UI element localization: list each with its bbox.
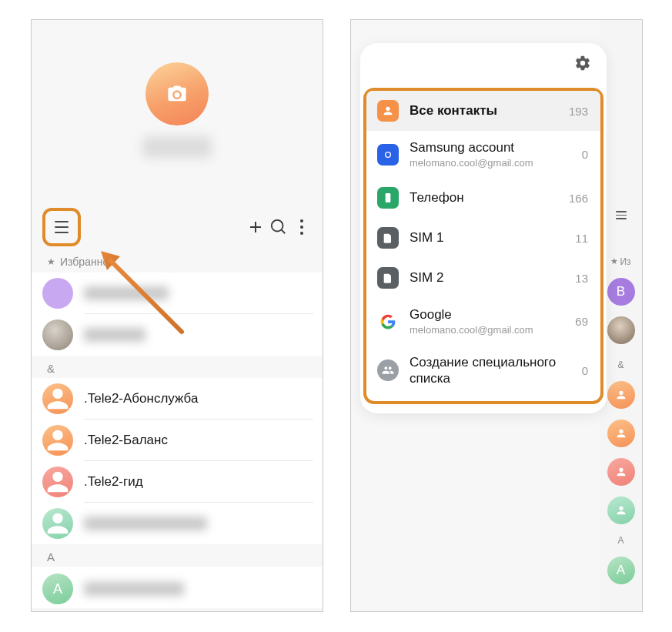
favorites-abbrev: ★Из xyxy=(610,256,630,267)
contact-name-redacted xyxy=(84,286,169,300)
filter-label: Samsung account xyxy=(410,140,571,155)
search-icon xyxy=(270,219,287,236)
section-a: А xyxy=(32,544,323,567)
more-button[interactable] xyxy=(290,219,313,235)
contact-item[interactable]: .Tele2-Абонслужба xyxy=(32,378,323,420)
person-icon xyxy=(615,504,627,517)
contact-name-redacted xyxy=(84,328,145,342)
google-icon xyxy=(377,311,399,333)
filter-sim2[interactable]: SIM 2 13 xyxy=(366,258,600,298)
mini-avatar-photo xyxy=(607,316,635,344)
menu-button-highlighted[interactable] xyxy=(42,208,81,246)
phone-icon xyxy=(377,187,399,209)
right-screenshot: ★Из В & А А Все контакты 193 Samsung acc… xyxy=(350,19,643,612)
person-icon xyxy=(615,427,627,440)
mini-avatar-pink xyxy=(607,458,635,486)
contact-item[interactable] xyxy=(32,503,323,544)
filter-sim1[interactable]: SIM 1 11 xyxy=(366,218,600,258)
accounts-highlighted: Все контакты 193 Samsung account meloman… xyxy=(363,88,603,404)
filter-phone[interactable]: Телефон 166 xyxy=(366,178,600,218)
filter-label: Создание специального списка xyxy=(410,354,571,387)
contact-name: .Tele2-Баланс xyxy=(84,433,312,448)
contact-item[interactable]: А xyxy=(32,567,323,608)
hamburger-icon xyxy=(616,211,627,219)
favorites-label: Избранное xyxy=(60,256,115,268)
left-screenshot: ★ Избранное & .Tele2-Абонслужба .Tele2-Б… xyxy=(31,19,323,612)
filter-label: SIM 1 xyxy=(410,230,564,246)
profile-header xyxy=(32,20,323,203)
contact-name: .Tele2-гид xyxy=(84,474,312,490)
favorite-item[interactable] xyxy=(32,314,323,356)
filter-count: 69 xyxy=(575,315,588,328)
filter-count: 0 xyxy=(582,364,588,377)
accounts-panel: Все контакты 193 Samsung account meloman… xyxy=(360,43,607,413)
filter-google[interactable]: Google melomano.cool@gmail.com 69 xyxy=(366,298,600,345)
contact-item[interactable]: .Tele2-гид xyxy=(32,461,323,503)
filter-count: 11 xyxy=(575,232,588,245)
person-icon xyxy=(42,425,73,456)
filter-sublabel: melomano.cool@gmail.com xyxy=(410,324,564,336)
mini-avatar-orange xyxy=(607,420,635,447)
star-icon: ★ xyxy=(47,256,55,267)
panel-header xyxy=(360,43,607,83)
hamburger-icon xyxy=(55,221,69,233)
filter-sublabel: melomano.cool@gmail.com xyxy=(410,157,571,169)
sim-icon xyxy=(377,267,399,289)
contact-name: .Tele2-Абонслужба xyxy=(84,391,312,406)
add-button[interactable] xyxy=(244,218,267,236)
filter-label: Телефон xyxy=(410,190,558,206)
contacts-group-amp: .Tele2-Абонслужба .Tele2-Баланс .Tele2-г… xyxy=(32,378,323,544)
filter-custom-list[interactable]: Создание специального списка 0 xyxy=(366,345,600,396)
samsung-icon xyxy=(377,144,399,166)
kebab-icon xyxy=(300,219,303,235)
contact-avatar xyxy=(42,383,73,414)
group-icon xyxy=(377,359,399,381)
section-a-mini: А xyxy=(617,535,624,546)
filter-count: 193 xyxy=(569,105,588,118)
contact-item[interactable]: .Tele2-Баланс xyxy=(32,420,323,461)
section-amp: & xyxy=(32,356,323,378)
filter-all-contacts[interactable]: Все контакты 193 xyxy=(366,91,600,131)
filter-count: 0 xyxy=(582,148,588,161)
contacts-group-a: А xyxy=(32,567,323,608)
person-icon xyxy=(42,508,73,539)
contacts-icon xyxy=(377,100,399,122)
plus-icon xyxy=(246,218,265,236)
mini-avatar-b: В xyxy=(607,278,635,306)
person-icon xyxy=(615,389,627,401)
contact-name-redacted xyxy=(84,582,184,596)
filter-label: Все контакты xyxy=(410,103,558,119)
camera-icon xyxy=(166,83,188,105)
filter-label: SIM 2 xyxy=(410,270,564,286)
contact-avatar xyxy=(42,508,73,539)
search-button[interactable] xyxy=(267,219,290,236)
svg-rect-3 xyxy=(386,193,391,202)
filter-count: 166 xyxy=(569,192,588,205)
favorite-item[interactable] xyxy=(32,273,323,314)
contact-avatar xyxy=(42,466,73,497)
filter-samsung-account[interactable]: Samsung account melomano.cool@gmail.com … xyxy=(366,131,600,178)
contact-avatar xyxy=(42,278,73,309)
toolbar xyxy=(32,203,323,251)
sim-icon xyxy=(377,227,399,249)
profile-avatar[interactable] xyxy=(145,62,209,125)
contact-avatar xyxy=(42,319,73,350)
section-amp-mini: & xyxy=(617,359,624,370)
person-icon xyxy=(42,466,73,497)
person-icon xyxy=(615,466,627,478)
favorites-header: ★ Избранное xyxy=(32,251,323,273)
contact-avatar xyxy=(42,425,73,456)
mini-avatar-orange xyxy=(607,381,635,409)
favorites-list xyxy=(32,273,323,356)
contact-avatar: А xyxy=(42,573,73,604)
gear-icon[interactable] xyxy=(574,55,591,72)
profile-name-redacted xyxy=(142,136,212,158)
filter-label: Google xyxy=(410,307,564,323)
mini-avatar-a: А xyxy=(607,557,635,584)
person-icon xyxy=(42,383,73,414)
mini-avatar-mint xyxy=(607,497,635,524)
filter-count: 13 xyxy=(575,272,588,285)
contact-name-redacted xyxy=(84,517,207,530)
